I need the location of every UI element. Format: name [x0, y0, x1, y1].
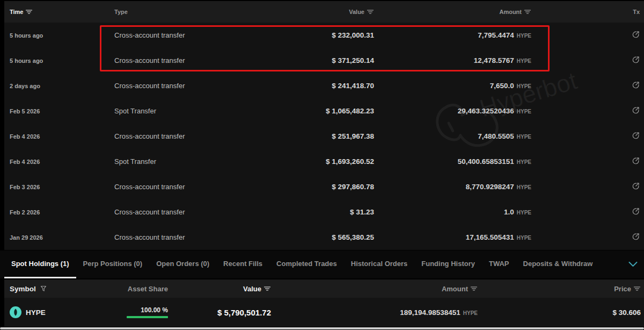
- filter-funnel-icon: [40, 285, 47, 292]
- asset-unit: HYPE: [517, 184, 531, 190]
- external-link-icon[interactable]: [632, 106, 640, 114]
- tab-recent-fills[interactable]: Recent Fills: [216, 250, 269, 278]
- table-row: Feb 4 2026 Cross-account transfer $ 251,…: [4, 124, 644, 149]
- amount-number: 12,478.5767: [474, 56, 514, 64]
- col-header-price-label: Price: [614, 285, 631, 293]
- col-header-symbol-label: Symbol: [10, 285, 36, 293]
- col-header-type-label: Type: [114, 9, 128, 15]
- col-header-time[interactable]: Time: [4, 9, 114, 15]
- cell-type: Cross-account transfer: [114, 233, 268, 241]
- amount-number: 7,795.4474: [478, 31, 514, 39]
- col-header-amount[interactable]: Amount: [275, 279, 479, 298]
- table-row: Feb 4 2026 Spot Transfer $ 1,693,260.52 …: [4, 149, 644, 174]
- tab-deposits-withdrawals[interactable]: Deposits & Withdraw: [516, 250, 600, 278]
- amount-number: 1.0: [504, 208, 514, 216]
- cell-tx: [531, 106, 644, 116]
- cell-type: Cross-account transfer: [114, 82, 268, 90]
- cell-time: Feb 3 2026: [4, 184, 114, 190]
- col-header-value-label: Value: [243, 285, 261, 293]
- cell-tx: [531, 233, 644, 242]
- col-header-amount[interactable]: Amount: [374, 9, 531, 15]
- amount-number: 7,480.5505: [478, 132, 514, 140]
- cell-type: Cross-account transfer: [114, 31, 268, 39]
- tab-funding-history[interactable]: Funding History: [414, 250, 482, 278]
- cell-value: $ 31.23: [268, 208, 374, 216]
- external-link-icon[interactable]: [632, 182, 640, 190]
- external-link-icon[interactable]: [632, 81, 640, 89]
- hype-coin-icon: [10, 306, 21, 318]
- asset-unit: HYPE: [517, 109, 531, 114]
- cell-type: Cross-account transfer: [114, 132, 268, 140]
- cell-type: Cross-account transfer: [114, 56, 268, 64]
- tabs-row: Spot Holdings (1) Perp Positions (0) Ope…: [0, 250, 623, 278]
- cell-amount: 12,478.5767HYPE: [374, 56, 531, 64]
- tab-historical-orders[interactable]: Historical Orders: [344, 250, 415, 278]
- external-link-icon[interactable]: [632, 233, 640, 241]
- transfers-table: Time Type Value Amount Tx 5 hours ago: [4, 1, 644, 250]
- external-link-icon[interactable]: [632, 56, 640, 64]
- amount-number: 29,463.32520436: [458, 107, 514, 115]
- table-row: HYPE 100.00 % $ 5,790,501.72 189,194.985…: [4, 298, 644, 327]
- cell-tx: [531, 182, 644, 192]
- cell-time: Feb 4 2026: [4, 133, 114, 140]
- asset-unit: HYPE: [517, 58, 531, 64]
- table-row: Feb 3 2026 Cross-account transfer $ 297,…: [4, 174, 644, 199]
- tab-completed-trades[interactable]: Completed Trades: [269, 250, 344, 278]
- col-header-tx-label: Tx: [633, 9, 640, 15]
- cell-amount: 1.0HYPE: [374, 208, 531, 216]
- asset-unit: HYPE: [517, 210, 531, 216]
- table-row: Jan 29 2026 Cross-account transfer $ 565…: [4, 225, 644, 250]
- cell-type: Spot Transfer: [114, 157, 268, 166]
- table-row: Feb 2 2026 Cross-account transfer $ 31.2…: [4, 199, 644, 225]
- external-link-icon[interactable]: [632, 132, 640, 140]
- holdings-header-row: Symbol Asset Share Value Amount Price: [4, 279, 644, 298]
- cell-tx: [531, 157, 644, 167]
- cell-amount: 50,400.65853151HYPE: [374, 157, 531, 166]
- transfers-header-row: Time Type Value Amount Tx: [4, 1, 644, 23]
- cell-time: Feb 2 2026: [4, 209, 114, 216]
- col-header-symbol[interactable]: Symbol: [4, 279, 123, 298]
- col-header-time-label: Time: [10, 9, 23, 15]
- external-link-icon[interactable]: [632, 207, 640, 216]
- cell-value: $ 1,065,482.23: [268, 107, 374, 115]
- asset-unit: HYPE: [517, 235, 531, 241]
- cell-value: $ 371,250.14: [268, 56, 374, 64]
- external-link-icon[interactable]: [632, 157, 640, 165]
- asset-share-percent: 100.00 %: [123, 306, 168, 314]
- cell-tx: [531, 81, 644, 91]
- tab-open-orders[interactable]: Open Orders (0): [149, 250, 216, 278]
- tab-perp-positions[interactable]: Perp Positions (0): [76, 250, 150, 278]
- sort-icon: [524, 9, 531, 15]
- asset-unit: HYPE: [517, 134, 531, 140]
- col-header-value[interactable]: Value: [268, 9, 374, 15]
- cell-value: $ 251,967.38: [268, 132, 374, 140]
- cell-tx: [531, 56, 644, 66]
- col-header-value[interactable]: Value: [174, 279, 275, 298]
- cell-value: $ 232,000.31: [268, 31, 374, 39]
- col-header-type: Type: [114, 9, 268, 15]
- cell-type: Cross-account transfer: [114, 208, 268, 216]
- amount-number: 17,165.505431: [466, 233, 514, 241]
- col-header-tx: Tx: [531, 9, 644, 15]
- asset-share-bar: [127, 316, 168, 318]
- cell-amount: 189,194.98538451HYPE: [275, 309, 479, 317]
- sort-icon: [471, 286, 478, 291]
- cell-price: $ 30.606: [479, 309, 644, 317]
- tab-spot-holdings[interactable]: Spot Holdings (1): [4, 250, 76, 278]
- cell-time: Feb 4 2026: [4, 159, 114, 165]
- sort-icon: [264, 286, 271, 291]
- cell-amount: 8,770.9298247HYPE: [374, 183, 531, 191]
- chevron-down-icon[interactable]: [628, 262, 638, 268]
- horizontal-scrollbar[interactable]: [0, 327, 644, 329]
- asset-unit: HYPE: [463, 310, 478, 316]
- external-link-icon[interactable]: [632, 31, 640, 39]
- col-header-price[interactable]: Price: [479, 279, 644, 298]
- asset-unit: HYPE: [517, 83, 531, 89]
- app-window: Time Type Value Amount Tx 5 hours ago: [0, 0, 644, 330]
- col-header-value-label: Value: [349, 9, 364, 15]
- cell-value: $ 565,380.25: [268, 233, 374, 241]
- transfers-body: 5 hours ago Cross-account transfer $ 232…: [4, 23, 644, 250]
- cell-value: $ 5,790,501.72: [174, 308, 275, 317]
- asset-unit: HYPE: [517, 159, 531, 165]
- tab-twap[interactable]: TWAP: [482, 250, 516, 278]
